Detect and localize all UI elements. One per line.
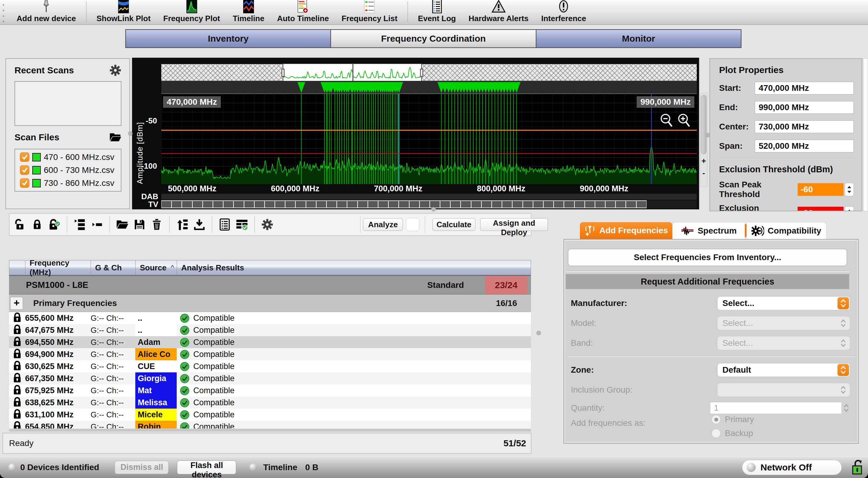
checkbox-checked-icon[interactable] bbox=[20, 165, 29, 175]
threshold-stepper[interactable] bbox=[845, 183, 854, 196]
column-header-analysis-results[interactable]: Analysis Results bbox=[177, 261, 531, 275]
frequency-row[interactable]: 675,925 MHzG:-- Ch:--MatCompatible bbox=[9, 384, 531, 397]
column-header-frequency-mhz[interactable]: Frequency (MHz) bbox=[25, 261, 91, 275]
tv-channel-block[interactable] bbox=[337, 200, 347, 208]
checkbox-checked-icon[interactable] bbox=[20, 178, 29, 188]
lock-icon[interactable] bbox=[30, 217, 44, 232]
tv-channel-block[interactable] bbox=[502, 200, 512, 208]
tree-list-icon[interactable] bbox=[72, 217, 87, 232]
tv-channel-block[interactable] bbox=[450, 200, 461, 208]
spectrum-overview-band[interactable] bbox=[161, 64, 697, 81]
tv-channel-block[interactable] bbox=[399, 200, 409, 208]
lock-cell[interactable] bbox=[9, 409, 25, 421]
frequency-row[interactable]: 667,350 MHzG:-- Ch:--GiorgiaCompatible bbox=[9, 372, 531, 384]
lock-cell[interactable] bbox=[9, 360, 25, 372]
tv-channel-block[interactable] bbox=[554, 200, 564, 208]
open-folder-icon[interactable] bbox=[115, 217, 130, 232]
toolbar-item-frequency-list[interactable]: Frequency List bbox=[335, 0, 404, 23]
plot-property-input-end[interactable]: 990,000 MHz bbox=[755, 101, 854, 114]
lock-cell[interactable] bbox=[9, 372, 25, 384]
frequency-row[interactable]: 694,550 MHzG:-- Ch:--AdamCompatible bbox=[9, 336, 531, 348]
column-header-lock[interactable] bbox=[9, 261, 25, 275]
tv-channel-block[interactable] bbox=[492, 200, 502, 208]
lock-cell[interactable] bbox=[9, 312, 25, 324]
lock-check-icon[interactable] bbox=[47, 217, 62, 232]
plot-vertical-scrollbar[interactable]: + - bbox=[700, 93, 707, 187]
toolbar-item-frequency-plot[interactable]: Frequency Plot bbox=[157, 0, 226, 23]
spectrum-selection-window[interactable] bbox=[283, 63, 422, 82]
lock-cell[interactable] bbox=[9, 384, 25, 397]
select-manufacturer[interactable]: Select... bbox=[717, 296, 850, 310]
tv-channel-block[interactable] bbox=[213, 200, 223, 208]
frequency-row[interactable]: 630,625 MHzG:-- Ch:--CUECompatible bbox=[9, 360, 531, 372]
column-header-g-ch[interactable]: G & Ch bbox=[91, 261, 135, 275]
tv-channel-block[interactable] bbox=[161, 200, 172, 208]
select-stepper-icon[interactable] bbox=[837, 297, 849, 309]
tv-channel-block[interactable] bbox=[523, 200, 533, 208]
tab-add-frequencies[interactable]: Add Frequencies bbox=[580, 222, 672, 239]
tv-channel-block[interactable] bbox=[306, 200, 316, 208]
exclusion-threshold-line[interactable] bbox=[161, 153, 697, 154]
tv-channel-block[interactable] bbox=[285, 200, 296, 208]
tv-channel-block[interactable] bbox=[389, 200, 399, 208]
select-stepper-icon[interactable] bbox=[837, 364, 849, 376]
toolbar-item-hardware-alerts[interactable]: Hardware Alerts bbox=[462, 0, 535, 23]
splitter-handle[interactable] bbox=[536, 331, 541, 335]
tv-channel-block[interactable] bbox=[223, 200, 234, 208]
zoom-out-icon[interactable] bbox=[659, 112, 674, 128]
list-up-icon[interactable] bbox=[175, 217, 189, 232]
gear-icon[interactable] bbox=[109, 64, 121, 76]
scan-peak-threshold-line[interactable] bbox=[161, 130, 697, 131]
splitter-handle[interactable] bbox=[431, 207, 436, 211]
expand-button[interactable]: + bbox=[10, 297, 23, 310]
tv-channel-block[interactable] bbox=[482, 200, 492, 208]
frequency-row[interactable]: 638,625 MHzG:-- Ch:--MelissaCompatible bbox=[9, 397, 531, 409]
frequency-row[interactable]: 694,900 MHzG:-- Ch:--Alice CoCompatible bbox=[9, 348, 531, 360]
toolbar-item-event-log[interactable]: Event Log bbox=[412, 0, 462, 23]
frequency-row[interactable]: 654,850 MHzG:-- Ch:--RobinCompatible bbox=[9, 421, 531, 429]
window-right-handle[interactable] bbox=[420, 69, 423, 77]
download-icon[interactable] bbox=[192, 217, 207, 232]
tv-channel-block[interactable] bbox=[254, 200, 265, 208]
select-frequencies-from-inventory-button[interactable]: Select Frequencies From Inventory... bbox=[568, 249, 847, 266]
calculate-button[interactable]: Calculate bbox=[433, 218, 475, 231]
lock-cell[interactable] bbox=[9, 397, 25, 409]
tab-frequency-coordination[interactable]: Frequency Coordination bbox=[331, 29, 536, 48]
tv-channel-block[interactable] bbox=[182, 200, 192, 208]
tv-channel-block[interactable] bbox=[616, 200, 626, 208]
tree-item-icon[interactable] bbox=[90, 217, 104, 232]
tv-channel-block[interactable] bbox=[575, 200, 585, 208]
scrollbar-minus-button[interactable]: - bbox=[701, 168, 707, 178]
tv-channel-block[interactable] bbox=[172, 200, 182, 208]
plot-property-input-span[interactable]: 520,000 MHz bbox=[755, 140, 854, 152]
spectrum-main-plot[interactable]: 470,000 MHz 990,000 MHz bbox=[161, 94, 697, 184]
scan-color-swatch[interactable] bbox=[32, 153, 41, 162]
toolbar-item-auto-timeline[interactable]: Auto Timeline bbox=[271, 0, 335, 23]
tv-channel-block[interactable] bbox=[440, 200, 450, 208]
splitter-handle[interactable] bbox=[128, 131, 132, 136]
tv-channel-block[interactable] bbox=[378, 200, 389, 208]
toolbar-item-timeline[interactable]: Timeline bbox=[226, 0, 271, 23]
analyze-button[interactable]: Analyze bbox=[363, 218, 403, 231]
table-check-icon[interactable] bbox=[235, 217, 249, 232]
trash-icon[interactable] bbox=[150, 217, 164, 232]
tv-channel-block[interactable] bbox=[430, 200, 440, 208]
tab-monitor[interactable]: Monitor bbox=[536, 29, 741, 48]
frequency-row[interactable]: 647,675 MHzG:-- Ch:--..Compatible bbox=[9, 324, 531, 336]
tv-channel-block[interactable] bbox=[564, 200, 574, 208]
tv-channel-block[interactable] bbox=[595, 200, 605, 208]
scan-file-item[interactable]: 470 - 600 MHz.csv bbox=[15, 150, 121, 164]
select-zone[interactable]: Default bbox=[717, 363, 850, 377]
splitter-handle[interactable] bbox=[706, 133, 710, 137]
assign-and-deploy-button[interactable]: Assign and Deploy bbox=[480, 218, 548, 231]
tv-channel-block[interactable] bbox=[296, 200, 306, 208]
tv-channel-block[interactable] bbox=[358, 200, 368, 208]
tv-channel-block[interactable] bbox=[244, 200, 254, 208]
lock-cell[interactable] bbox=[9, 336, 25, 348]
tv-channel-block[interactable] bbox=[192, 200, 203, 208]
checkbox-checked-icon[interactable] bbox=[20, 152, 29, 162]
lock-cell[interactable] bbox=[9, 348, 25, 360]
scrollbar-plus-button[interactable]: + bbox=[701, 156, 707, 166]
threshold-value-input[interactable]: -86 bbox=[798, 207, 843, 211]
device-group-row[interactable]: PSM1000 - L8E Standard 23/24 bbox=[9, 275, 531, 295]
